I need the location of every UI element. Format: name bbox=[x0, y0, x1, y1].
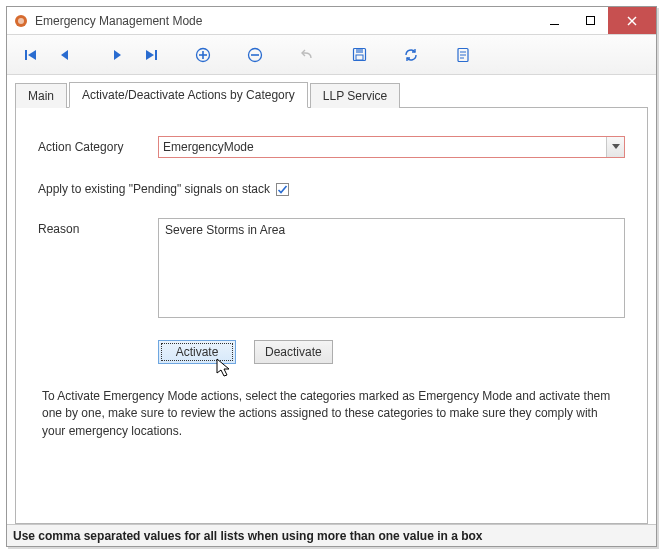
apply-pending-checkbox[interactable] bbox=[276, 183, 289, 196]
first-record-button[interactable] bbox=[17, 41, 45, 69]
reason-label: Reason bbox=[38, 218, 158, 236]
last-record-button[interactable] bbox=[137, 41, 165, 69]
action-category-label: Action Category bbox=[38, 136, 158, 154]
svg-rect-4 bbox=[25, 50, 27, 60]
add-button[interactable] bbox=[189, 41, 217, 69]
maximize-button[interactable] bbox=[572, 7, 608, 34]
tabstrip: Main Activate/Deactivate Actions by Cate… bbox=[15, 81, 648, 107]
help-text: To Activate Emergency Mode actions, sele… bbox=[38, 380, 625, 440]
save-button[interactable] bbox=[345, 41, 373, 69]
toolbar bbox=[7, 35, 656, 75]
refresh-button[interactable] bbox=[397, 41, 425, 69]
reason-textarea[interactable] bbox=[158, 218, 625, 318]
tab-llp-service[interactable]: LLP Service bbox=[310, 83, 400, 108]
minimize-button[interactable] bbox=[536, 7, 572, 34]
action-category-combo[interactable]: EmergencyMode bbox=[158, 136, 625, 158]
svg-marker-8 bbox=[146, 50, 154, 60]
svg-marker-22 bbox=[612, 144, 620, 149]
app-icon bbox=[13, 13, 29, 29]
tab-main[interactable]: Main bbox=[15, 83, 67, 108]
remove-button[interactable] bbox=[241, 41, 269, 69]
close-button[interactable] bbox=[608, 7, 656, 34]
window-title: Emergency Management Mode bbox=[35, 14, 202, 28]
status-text: Use comma separated values for all lists… bbox=[13, 529, 482, 543]
window: Emergency Management Mode bbox=[6, 6, 657, 547]
svg-marker-7 bbox=[114, 50, 121, 60]
svg-rect-17 bbox=[356, 55, 363, 60]
prev-record-button[interactable] bbox=[51, 41, 79, 69]
report-button[interactable] bbox=[449, 41, 477, 69]
apply-pending-label: Apply to existing "Pending" signals on s… bbox=[38, 182, 270, 196]
tab-panel-activate: Action Category EmergencyMode Apply to e… bbox=[15, 107, 648, 524]
tab-container: Main Activate/Deactivate Actions by Cate… bbox=[7, 75, 656, 524]
svg-rect-16 bbox=[356, 49, 363, 53]
activate-button[interactable]: Activate bbox=[158, 340, 236, 364]
svg-marker-6 bbox=[61, 50, 68, 60]
action-category-value: EmergencyMode bbox=[163, 140, 254, 154]
chevron-down-icon[interactable] bbox=[606, 137, 624, 157]
tab-activate-deactivate[interactable]: Activate/Deactivate Actions by Category bbox=[69, 82, 308, 108]
titlebar: Emergency Management Mode bbox=[7, 7, 656, 35]
next-record-button[interactable] bbox=[103, 41, 131, 69]
svg-rect-9 bbox=[155, 50, 157, 60]
window-controls bbox=[536, 7, 656, 34]
status-bar: Use comma separated values for all lists… bbox=[7, 524, 656, 546]
svg-point-1 bbox=[18, 18, 24, 24]
undo-button[interactable] bbox=[293, 41, 321, 69]
svg-marker-5 bbox=[28, 50, 36, 60]
deactivate-button[interactable]: Deactivate bbox=[254, 340, 333, 364]
